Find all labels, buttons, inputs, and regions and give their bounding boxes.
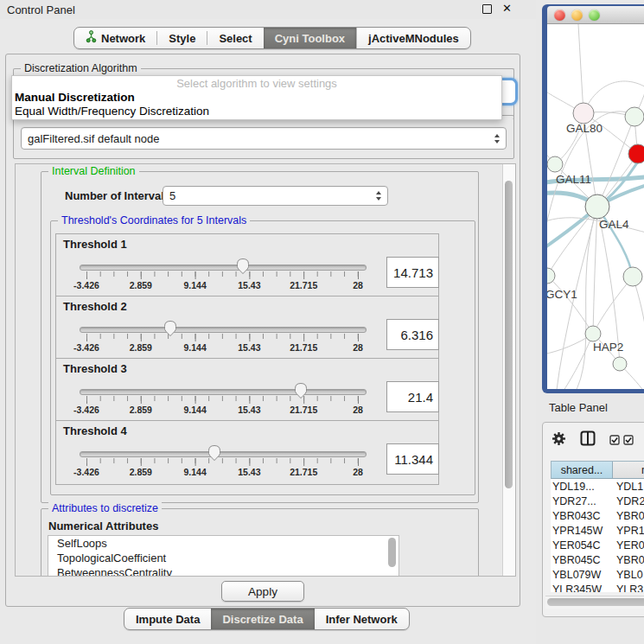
popup-option-equal-width-frequency[interactable]: Equal Width/Frequency Discretization (15, 105, 209, 118)
threshold-3-value-field[interactable]: 21.4 (386, 381, 439, 412)
column-header-shared-name[interactable]: shared... (552, 462, 613, 478)
table-row[interactable]: YDR27... YDR2 (551, 494, 644, 508)
right-column: GAL80 GA C GAL11 GAL4 GCY1 H HAP2 Table … (536, 0, 644, 644)
threshold-2-label: Threshold 2 (63, 300, 127, 313)
tab-network[interactable]: Network (74, 28, 156, 48)
threshold-4-slider-track[interactable] (80, 451, 367, 457)
column-visibility-checkboxes[interactable] (609, 435, 634, 445)
algorithm-dropdown-popup: Select algorithm to view settings Manual… (11, 75, 502, 120)
thresholds-coordinates-group: Threshold's Coordinates for 5 Intervals … (50, 220, 475, 495)
number-of-intervals-combobox[interactable]: 5 (163, 186, 388, 206)
apply-row: Apply (8, 575, 518, 604)
close-traffic-light-icon[interactable] (554, 10, 565, 21)
popup-placeholder-option[interactable]: Select algorithm to view settings (12, 77, 501, 90)
list-item-selfloops[interactable]: SelfLoops (48, 536, 399, 551)
node-selected-red[interactable] (628, 144, 644, 163)
tab-impute-data[interactable]: Impute Data (124, 609, 211, 629)
table-panel: shared... n YDL19... YDL1 YDR27... YDR2 … (542, 422, 644, 617)
popup-option-manual-discretization[interactable]: Manual Discretization (15, 91, 135, 104)
attributes-to-discretize-group: Attributes to discretize Numerical Attri… (41, 508, 479, 577)
table-data-selected-value: galFiltered.sif default node (28, 132, 159, 145)
tab-style[interactable]: Style (157, 28, 207, 48)
threshold-2-value-field[interactable]: 6.316 (386, 319, 439, 350)
threshold-4-slider-thumb[interactable] (207, 444, 221, 462)
zoom-traffic-light-icon[interactable] (589, 10, 600, 21)
threshold-3-slider-thumb[interactable] (294, 382, 309, 399)
numerical-attributes-heading: Numerical Attributes (48, 520, 158, 532)
node-hap2[interactable] (585, 326, 601, 341)
split-table-icon[interactable] (580, 430, 596, 450)
close-icon[interactable]: ✕ (502, 3, 512, 15)
table-panel-titlebar: Table Panel (536, 396, 644, 418)
control-panel-titlebar: Control Panel ✕ (0, 0, 536, 19)
scrollbar-thumb[interactable] (547, 598, 644, 606)
table-row[interactable]: YER054C YER0 (551, 538, 644, 552)
float-window-icon[interactable] (482, 4, 492, 14)
node-gcy1[interactable] (547, 268, 555, 284)
minimize-traffic-light-icon[interactable] (571, 10, 583, 21)
node-bottom-partial[interactable] (613, 357, 627, 371)
network-canvas[interactable]: GAL80 GA C GAL11 GAL4 GCY1 H HAP2 (547, 24, 644, 389)
settings-scroll-panel: Interval Definition Number of Intervals … (15, 163, 516, 577)
threshold-4-minor-ticks (86, 458, 358, 463)
threshold-1-panel: Threshold 1 -3.426 2.859 (55, 233, 439, 298)
thresholds-coordinates-group-title: Threshold's Coordinates for 5 Intervals (58, 214, 250, 227)
tab-network-label: Network (101, 32, 145, 45)
control-panel-title: Control Panel (7, 3, 75, 16)
table-row[interactable]: YLR345W YLR3 (551, 582, 644, 592)
list-item-topologicalcoefficient[interactable]: TopologicalCoefficient (48, 551, 399, 565)
threshold-2-slider-thumb[interactable] (163, 320, 178, 337)
network-icon (86, 30, 97, 46)
node-label-gal4: GAL4 (599, 218, 629, 231)
settings-vertical-scrollbar[interactable] (502, 164, 515, 576)
threshold-2-scale: -3.426 2.859 9.144 15.43 21.715 28 (86, 342, 358, 354)
cyni-toolbox-panel: Discretization Algorithm Select algorith… (5, 54, 520, 607)
node-gal11[interactable] (547, 156, 563, 172)
apply-button[interactable]: Apply (221, 581, 304, 602)
threshold-3-panel: Threshold 3 -3.426 2.859 (55, 358, 439, 423)
threshold-1-value-field[interactable]: 14.713 (386, 257, 439, 288)
combobox-stepper-icon (489, 134, 500, 143)
node-label-gal11: GAL11 (556, 173, 591, 186)
tab-infer-network[interactable]: Infer Network (315, 609, 409, 629)
table-row[interactable]: YDL19... YDL1 (551, 479, 644, 494)
threshold-3-label: Threshold 3 (63, 362, 127, 375)
threshold-1-slider-track[interactable] (80, 265, 367, 271)
table-horizontal-scrollbar[interactable] (545, 596, 644, 609)
tab-discretize-data[interactable]: Discretize Data (211, 609, 314, 629)
threshold-3-slider-track[interactable] (80, 389, 367, 395)
number-of-intervals-label: Number of Intervals (65, 189, 170, 202)
table-panel-toolbar (543, 423, 644, 457)
discretization-algorithm-group-title: Discretization Algorithm (21, 62, 141, 75)
table-data-combobox[interactable]: galFiltered.sif default node (21, 127, 507, 150)
table-row[interactable]: YBL079W YBL0 (551, 567, 644, 582)
threshold-4-panel: Threshold 4 -3.426 2.859 (55, 420, 439, 485)
threshold-1-scale: -3.426 2.859 9.144 15.43 21.715 28 (86, 280, 358, 291)
threshold-3-scale: -3.426 2.859 9.144 15.43 21.715 28 (86, 405, 358, 416)
checkbox-checked-icon (623, 435, 634, 445)
control-panel-window: Control Panel ✕ (0, 0, 536, 644)
scrollbar-thumb[interactable] (505, 181, 513, 488)
table-row[interactable]: YBR045C YBR0 (551, 552, 644, 567)
node-gal80[interactable] (573, 103, 594, 124)
attributes-list-scrollbar[interactable] (388, 538, 397, 577)
column-header-name[interactable]: n (613, 462, 644, 478)
node-right-low[interactable] (623, 267, 642, 286)
tab-cyni-toolbox[interactable]: Cyni Toolbox (264, 28, 356, 48)
threshold-4-label: Threshold 4 (63, 424, 127, 437)
threshold-1-slider-thumb[interactable] (236, 258, 251, 275)
threshold-4-value-field[interactable]: 11.344 (386, 443, 439, 475)
node-gal4[interactable] (585, 194, 609, 219)
table-row[interactable]: YPR145W YPR1 (551, 523, 644, 538)
node-attribute-table: shared... n YDL19... YDL1 YDR27... YDR2 … (551, 461, 644, 592)
tab-jactivemnodules[interactable]: jActiveMNodules (356, 28, 470, 48)
tab-select[interactable]: Select (207, 28, 263, 48)
network-window-titlebar (547, 6, 644, 24)
interval-definition-group: Interval Definition Number of Intervals … (41, 171, 479, 503)
node-top-right[interactable] (625, 107, 644, 126)
node-label-hap2: HAP2 (593, 341, 623, 354)
table-row[interactable]: YBR043C YBR0 (551, 508, 644, 523)
screen: Control Panel ✕ (0, 0, 644, 644)
threshold-2-slider-track[interactable] (80, 327, 367, 333)
gear-icon[interactable] (552, 431, 566, 450)
